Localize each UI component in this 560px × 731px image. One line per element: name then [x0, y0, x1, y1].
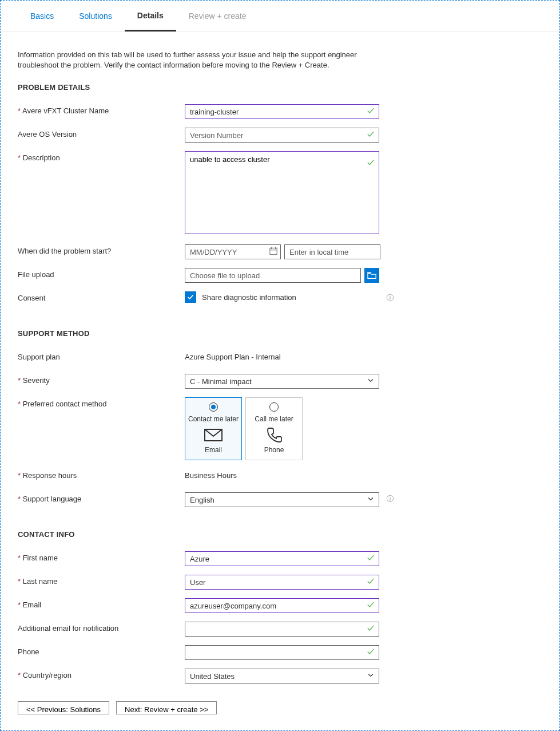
additional-email-input[interactable]: [185, 622, 379, 637]
file-upload-field[interactable]: Choose file to upload: [185, 268, 361, 283]
preferred-contact-label: Preferred contact method: [18, 397, 185, 408]
description-label: Description: [18, 151, 185, 162]
country-value: United States: [190, 672, 235, 681]
tab-basics[interactable]: Basics: [18, 1, 66, 31]
svg-rect-6: [390, 298, 390, 300]
radio-phone: [269, 402, 279, 412]
os-version-label: Avere OS Version: [18, 128, 185, 139]
svg-rect-10: [390, 499, 390, 501]
additional-email-label: Additional email for notification: [18, 622, 185, 633]
email-icon: [188, 426, 239, 444]
support-language-select[interactable]: English: [185, 492, 379, 507]
tab-solutions[interactable]: Solutions: [66, 1, 125, 31]
section-problem-details: PROBLEM DETAILS Avere vFXT Cluster Name …: [18, 83, 542, 306]
section-support-method: SUPPORT METHOD Support plan Azure Suppor…: [18, 329, 542, 507]
tab-review-create[interactable]: Review + create: [176, 1, 259, 31]
support-language-value: English: [190, 496, 215, 504]
file-browse-button[interactable]: [364, 268, 379, 283]
tabs-bar: Basics Solutions Details Review + create: [1, 1, 559, 32]
details-form-scroll[interactable]: Information provided on this tab will be…: [1, 33, 559, 685]
first-name-input[interactable]: [185, 551, 379, 566]
check-icon: [186, 293, 194, 301]
tab-details[interactable]: Details: [125, 1, 176, 31]
phone-icon: [248, 426, 300, 444]
info-icon[interactable]: [386, 495, 394, 504]
contact-method-email-card[interactable]: Contact me later Email: [185, 397, 242, 460]
card-email-bot: Email: [188, 446, 239, 454]
svg-point-9: [390, 497, 391, 498]
severity-select[interactable]: C - Minimal impact: [185, 374, 379, 389]
phone-input[interactable]: [185, 645, 379, 660]
last-name-input[interactable]: [185, 575, 379, 590]
contact-info-title: CONTACT INFO: [18, 530, 542, 539]
country-select[interactable]: United States: [185, 669, 379, 683]
card-phone-bot: Phone: [248, 446, 300, 454]
problem-details-title: PROBLEM DETAILS: [18, 83, 542, 92]
severity-label: Severity: [18, 374, 185, 385]
country-label: Country/region: [18, 669, 185, 679]
contact-method-phone-card[interactable]: Call me later Phone: [245, 397, 303, 460]
consent-checkbox[interactable]: [185, 291, 196, 303]
intro-text: Information provided on this tab will be…: [18, 50, 361, 70]
chevron-down-icon: [367, 672, 374, 681]
consent-text: Share diagnostic information: [202, 293, 296, 302]
last-name-label: Last name: [18, 575, 185, 586]
consent-label: Consent: [18, 291, 185, 302]
support-plan-value: Azure Support Plan - Internal: [185, 350, 281, 361]
support-method-title: SUPPORT METHOD: [18, 329, 542, 338]
footer-bar: << Previous: Solutions Next: Review + cr…: [1, 685, 559, 730]
response-hours-label: Response hours: [18, 469, 185, 480]
support-plan-label: Support plan: [18, 350, 185, 361]
section-contact-info: CONTACT INFO First name Last name Email: [18, 530, 542, 685]
folder-icon: [367, 271, 376, 279]
cluster-name-input[interactable]: [185, 104, 379, 119]
card-email-top: Contact me later: [188, 415, 239, 423]
next-button[interactable]: Next: Review + create >>: [116, 701, 217, 714]
file-placeholder: Choose file to upload: [190, 271, 260, 280]
support-language-label: Support language: [18, 492, 185, 503]
chevron-down-icon: [367, 496, 374, 504]
chevron-down-icon: [367, 377, 374, 386]
first-name-label: First name: [18, 551, 185, 562]
radio-email: [209, 402, 218, 412]
card-phone-top: Call me later: [248, 415, 300, 423]
response-hours-value: Business Hours: [185, 469, 237, 480]
support-request-panel: Basics Solutions Details Review + create…: [0, 0, 560, 731]
email-input[interactable]: [185, 598, 379, 613]
when-label: When did the problem start?: [18, 244, 185, 255]
description-textarea[interactable]: unable to access cluster: [185, 151, 379, 234]
time-input[interactable]: [284, 244, 380, 259]
phone-label: Phone: [18, 645, 185, 656]
email-label: Email: [18, 598, 185, 609]
info-icon[interactable]: [386, 294, 394, 303]
file-upload-label: File upload: [18, 268, 185, 279]
svg-point-5: [390, 296, 391, 297]
date-input[interactable]: [185, 244, 281, 259]
cluster-name-label: Avere vFXT Cluster Name: [18, 104, 185, 115]
previous-button[interactable]: << Previous: Solutions: [18, 701, 109, 714]
severity-value: C - Minimal impact: [190, 377, 252, 386]
os-version-input[interactable]: [185, 128, 379, 143]
